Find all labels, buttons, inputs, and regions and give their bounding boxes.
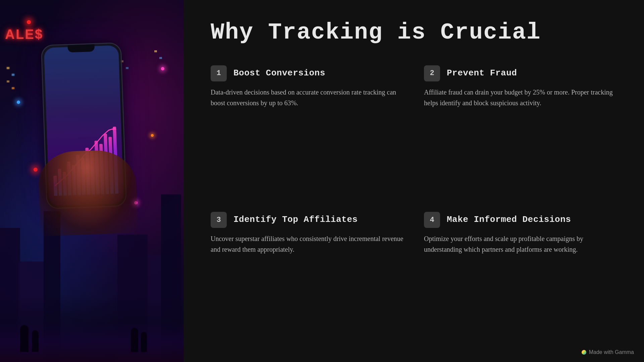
feature-number-1: 1 [211,65,227,81]
neon-sign-ales: ALE$ [5,27,43,42]
gamma-dot-icon [582,350,586,355]
feature-description-2: Affiliate fraud can drain your budget by… [424,87,617,108]
feature-description-4: Optimize your efforts and scale up profi… [424,233,617,255]
feature-number-4: 4 [424,212,440,228]
feature-item-4: 4 Make Informed Decisions Optimize your … [424,212,617,342]
feature-title-1: Boost Conversions [233,68,325,79]
person-silhouette-4 [141,332,147,352]
features-grid: 1 Boost Conversions Data-driven decision… [211,65,617,342]
feature-header-4: 4 Make Informed Decisions [424,212,617,228]
feature-header-2: 2 Prevent Fraud [424,65,617,81]
gamma-label: Made with Gamma [589,349,634,355]
neon-light-2 [161,67,164,70]
phone-mockup [41,42,127,209]
neon-light-3 [17,101,20,104]
phone-notch [68,44,95,53]
person-silhouette-2 [32,330,39,352]
person-silhouette-3 [131,328,138,352]
feature-title-4: Make Informed Decisions [447,214,571,226]
feature-number-3: 3 [211,212,227,228]
feature-item-2: 2 Prevent Fraud Affiliate fraud can drai… [424,65,617,195]
feature-header-1: 1 Boost Conversions [211,65,404,81]
feature-header-3: 3 Identify Top Affiliates [211,212,404,228]
feature-item-1: 1 Boost Conversions Data-driven decision… [211,65,404,195]
feature-description-1: Data-driven decisions based on accurate … [211,87,404,108]
gamma-badge: Made with Gamma [582,349,634,355]
left-panel: ALE$ [0,0,184,362]
feature-description-3: Uncover superstar affiliates who consist… [211,233,404,255]
right-panel: Why Tracking is Crucial 1 Boost Conversi… [184,0,644,362]
hand-overlay [38,149,138,236]
feature-number-2: 2 [424,65,440,81]
feature-title-3: Identify Top Affiliates [233,214,358,226]
person-silhouette-1 [20,325,29,352]
feature-item-3: 3 Identify Top Affiliates Uncover supers… [211,212,404,342]
feature-title-2: Prevent Fraud [447,68,517,79]
neon-light-4 [151,134,154,137]
neon-light-1 [27,20,31,24]
page-title: Why Tracking is Crucial [211,20,617,45]
